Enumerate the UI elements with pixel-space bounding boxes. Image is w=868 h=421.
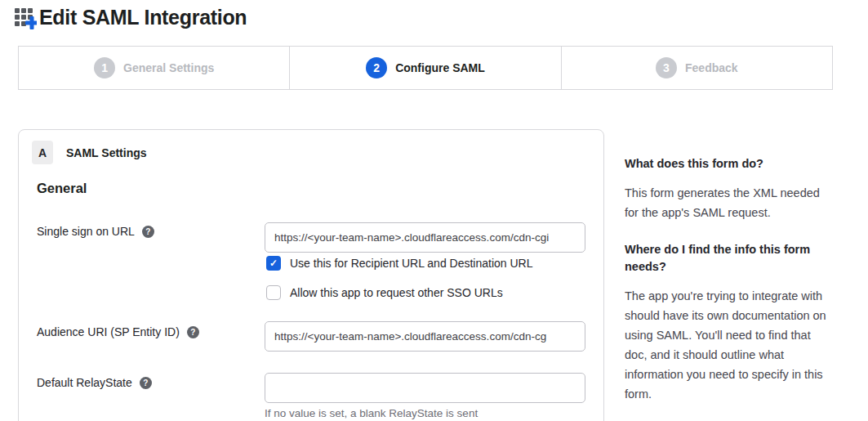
page-header: Edit SAML Integration	[14, 6, 247, 29]
relay-state-label-row: Default RelayState ?	[37, 376, 152, 389]
help-body-what: This form generates the XML needed for t…	[625, 183, 831, 222]
group-heading-general: General	[37, 181, 87, 196]
relay-state-help-icon[interactable]: ?	[140, 377, 152, 389]
audience-uri-help-icon[interactable]: ?	[187, 326, 199, 338]
help-heading-where: Where do I find the info this form needs…	[625, 241, 831, 275]
step-label: Configure SAML	[395, 61, 485, 74]
step-number-badge: 3	[656, 57, 677, 78]
step-configure-saml[interactable]: 2 Configure SAML	[289, 47, 560, 89]
step-number-badge: 2	[366, 57, 387, 78]
relay-state-input[interactable]	[265, 373, 585, 403]
section-badge: A	[32, 141, 53, 164]
step-label: General Settings	[123, 61, 214, 74]
step-label: Feedback	[685, 61, 738, 74]
sso-url-help-icon[interactable]: ?	[142, 226, 154, 238]
audience-uri-input[interactable]	[265, 321, 585, 352]
audience-uri-label: Audience URI (SP Entity ID)	[37, 325, 180, 338]
step-general-settings[interactable]: 1 General Settings	[19, 47, 289, 89]
checkbox-checked-icon[interactable]: ✓	[266, 256, 281, 271]
step-feedback[interactable]: 3 Feedback	[561, 47, 832, 89]
audience-uri-label-row: Audience URI (SP Entity ID) ?	[37, 325, 199, 338]
relay-state-helper-text: If no value is set, a blank RelayState i…	[265, 407, 478, 419]
recipient-url-checkbox-row[interactable]: ✓ Use this for Recipient URL and Destina…	[266, 256, 533, 271]
other-sso-checkbox-label: Allow this app to request other SSO URLs	[290, 286, 503, 299]
help-panel: What does this form do? This form genera…	[625, 155, 831, 421]
help-body-where: The app you're trying to integrate with …	[625, 286, 831, 404]
sso-url-input[interactable]	[265, 222, 585, 253]
sso-url-label-row: Single sign on URL ?	[37, 225, 154, 238]
checkbox-unchecked-icon[interactable]	[266, 285, 281, 300]
step-wizard: 1 General Settings 2 Configure SAML 3 Fe…	[18, 46, 833, 90]
recipient-url-checkbox-label: Use this for Recipient URL and Destinati…	[290, 257, 533, 270]
relay-state-label: Default RelayState	[37, 376, 132, 389]
page-title: Edit SAML Integration	[39, 6, 247, 29]
section-title: SAML Settings	[66, 146, 147, 159]
other-sso-checkbox-row[interactable]: Allow this app to request other SSO URLs	[266, 285, 503, 300]
app-grid-add-icon	[14, 7, 37, 29]
sso-url-label: Single sign on URL	[37, 225, 135, 238]
help-heading-what: What does this form do?	[625, 155, 831, 172]
saml-settings-card: A SAML Settings General Single sign on U…	[18, 129, 604, 421]
step-number-badge: 1	[94, 57, 115, 78]
